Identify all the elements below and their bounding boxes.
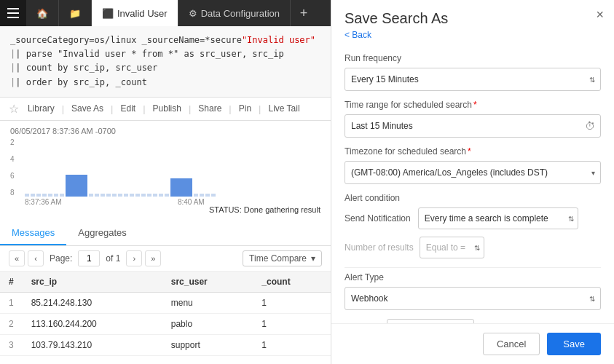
table-row: 3 103.79.143.210 support 1 bbox=[0, 334, 331, 355]
run-freq-label: Run frequency bbox=[345, 53, 601, 63]
alert-condition-select[interactable]: Every time a search is complete bbox=[418, 207, 578, 229]
save-button[interactable]: Save bbox=[547, 333, 601, 355]
results-tabs: Messages Aggregates bbox=[0, 221, 331, 246]
num-results-select[interactable]: Equal to = bbox=[420, 237, 484, 258]
first-page-button[interactable]: « bbox=[9, 250, 25, 266]
query-line2: | parse "Invalid user * from *" as src_u… bbox=[15, 47, 283, 61]
total-pages: of 1 bbox=[106, 253, 120, 264]
edit-button[interactable]: Edit bbox=[115, 102, 142, 115]
chart-y-labels: 8 6 4 2 bbox=[10, 138, 22, 197]
menu-button[interactable] bbox=[0, 0, 26, 26]
left-panel: 🏠 📁 ⬛ Invalid User ⚙ Data Configuration … bbox=[0, 0, 331, 364]
library-button[interactable]: Library bbox=[22, 102, 60, 115]
next-page-button[interactable]: › bbox=[126, 250, 142, 266]
clock-icon: ⏱ bbox=[585, 120, 595, 132]
col-count: _count bbox=[253, 272, 331, 293]
query-area: _sourceCategory=os/linux _sourceName=*se… bbox=[0, 26, 331, 98]
publish-button[interactable]: Publish bbox=[147, 102, 187, 115]
pagination-bar: « ‹ Page: of 1 › » Time Compare ▾ bbox=[0, 246, 331, 272]
chart-area: 06/05/2017 8:37:36 AM -0700 8 6 4 2 bbox=[0, 121, 331, 221]
alert-condition-section-label: Alert condition bbox=[345, 193, 601, 203]
right-panel: × Save Search As < Back Run frequency Ev… bbox=[331, 0, 614, 364]
time-compare-button[interactable]: Time Compare ▾ bbox=[243, 250, 322, 266]
chart-container: 8 6 4 2 bbox=[10, 138, 320, 204]
add-tab-button[interactable]: + bbox=[291, 0, 317, 26]
chart-mid-label: 8:40 AM bbox=[178, 198, 205, 206]
row-1-count: 1 bbox=[253, 292, 331, 313]
tab-label: Data Configuration bbox=[201, 8, 280, 19]
prev-page-button[interactable]: ‹ bbox=[28, 250, 44, 266]
row-3-src-user: support bbox=[162, 334, 253, 355]
time-range-input[interactable] bbox=[345, 114, 601, 138]
live-tail-button[interactable]: Live Tail bbox=[262, 102, 305, 115]
chart-x-labels: 8:37:36 AM 8:40 AM bbox=[25, 198, 320, 206]
close-button[interactable]: × bbox=[596, 7, 604, 23]
alert-type-select[interactable]: Webhook bbox=[345, 287, 601, 310]
alert-condition-select-wrap: Every time a search is complete ⇅ bbox=[418, 207, 578, 229]
panel-title: Save Search As bbox=[331, 0, 614, 30]
folder-icon: 📁 bbox=[69, 8, 81, 19]
tab-data-config[interactable]: ⚙ Data Configuration bbox=[178, 0, 291, 26]
query-line4: | order by src_ip, _count bbox=[15, 76, 147, 90]
cancel-button[interactable]: Cancel bbox=[483, 333, 540, 355]
back-link[interactable]: < Back bbox=[331, 30, 614, 47]
last-page-button[interactable]: » bbox=[145, 250, 161, 266]
row-2-count: 1 bbox=[253, 313, 331, 334]
chart-timestamp: 06/05/2017 8:37:36 AM -0700 bbox=[10, 127, 320, 135]
page-input[interactable] bbox=[78, 250, 100, 266]
tab-aggregates[interactable]: Aggregates bbox=[66, 221, 138, 245]
query-line1-prefix: _sourceCategory=os/linux _sourceName=*se… bbox=[10, 33, 242, 47]
divider bbox=[345, 267, 601, 268]
time-range-wrap: ⏱ bbox=[345, 114, 601, 138]
timezone-label: Timezone for scheduled search bbox=[345, 146, 601, 157]
table-row: 2 113.160.244.200 pablo 1 bbox=[0, 313, 331, 334]
hamburger-icon bbox=[7, 8, 19, 18]
time-compare-label: Time Compare bbox=[249, 253, 307, 264]
row-1-src-user: menu bbox=[162, 292, 253, 313]
num-results-label: Number of results bbox=[345, 242, 414, 253]
tab-folders[interactable]: 📁 bbox=[59, 0, 92, 26]
row-1-num: 1 bbox=[0, 292, 23, 313]
tab-invalid-user[interactable]: ⬛ Invalid User bbox=[92, 0, 178, 26]
num-results-select-wrap: Equal to = ⇅ bbox=[420, 237, 484, 258]
top-nav: 🏠 📁 ⬛ Invalid User ⚙ Data Configuration … bbox=[0, 0, 331, 26]
alert-type-label: Alert Type bbox=[345, 272, 601, 282]
timezone-select[interactable]: (GMT-08:00) America/Los_Angeles (include… bbox=[345, 161, 601, 184]
share-button[interactable]: Share bbox=[192, 102, 227, 115]
run-freq-select[interactable]: Every 15 Minutes bbox=[345, 68, 601, 91]
col-src-user: src_user bbox=[162, 272, 253, 293]
results-table: # src_ip src_user _count 1 85.214.248.13… bbox=[0, 272, 331, 364]
form-section: Run frequency Every 15 Minutes ⇅ Time ra… bbox=[331, 47, 614, 364]
chart-start-label: 8:37:36 AM bbox=[25, 198, 62, 206]
save-as-button[interactable]: Save As bbox=[66, 102, 109, 115]
col-src-ip: src_ip bbox=[23, 272, 162, 293]
query-text: _sourceCategory=os/linux _sourceName=*se… bbox=[10, 33, 320, 90]
num-results-row: Number of results Equal to = ⇅ bbox=[345, 237, 601, 258]
panel-footer: Cancel Save bbox=[331, 323, 614, 364]
timezone-select-wrap: (GMT-08:00) America/Los_Angeles (include… bbox=[345, 161, 601, 184]
col-num: # bbox=[0, 272, 23, 293]
row-3-count: 1 bbox=[253, 334, 331, 355]
toolbar: ☆ Library | Save As | Edit | Publish | S… bbox=[0, 98, 331, 121]
time-compare-arrow: ▾ bbox=[311, 253, 315, 264]
query-line3: | count by src_ip, src_user bbox=[15, 61, 157, 75]
alert-condition-row: Send Notification Every time a search is… bbox=[345, 207, 601, 229]
home-icon: 🏠 bbox=[36, 8, 48, 19]
pin-button[interactable]: Pin bbox=[233, 102, 257, 115]
send-notification-label: Send Notification bbox=[345, 213, 411, 223]
chart-bars bbox=[25, 138, 320, 197]
data-table: # src_ip src_user _count 1 85.214.248.13… bbox=[0, 272, 331, 356]
query-line1-highlight: "Invalid user" bbox=[242, 33, 315, 47]
tab-messages[interactable]: Messages bbox=[0, 221, 66, 245]
page-label: Page: bbox=[50, 253, 72, 264]
status-text: STATUS: Done gathering result bbox=[209, 205, 320, 214]
time-range-label: Time range for scheduled search bbox=[345, 100, 601, 110]
run-freq-select-wrap: Every 15 Minutes ⇅ bbox=[345, 68, 601, 91]
query-tab-icon: ⬛ bbox=[102, 8, 114, 19]
table-row: 1 85.214.248.130 menu 1 bbox=[0, 292, 331, 313]
alert-type-select-wrap: Webhook ⇅ bbox=[345, 287, 601, 310]
star-icon[interactable]: ☆ bbox=[9, 102, 19, 116]
row-3-src-ip: 103.79.143.210 bbox=[23, 334, 162, 355]
row-3-num: 3 bbox=[0, 334, 23, 355]
tab-home[interactable]: 🏠 bbox=[26, 0, 59, 26]
